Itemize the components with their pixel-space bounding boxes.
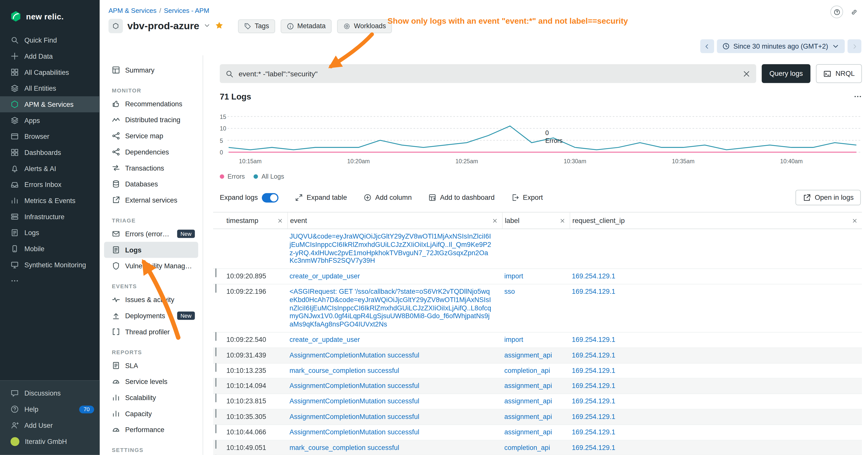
service-nav-item[interactable]: Summary (104, 62, 198, 78)
global-nav-item[interactable]: Alerts & AI (0, 161, 99, 176)
service-nav-item[interactable]: Performance (104, 422, 198, 438)
log-label-link[interactable]: import (504, 272, 523, 280)
global-nav-item[interactable]: All Entities (0, 80, 99, 96)
service-nav-item[interactable]: Dependencies (104, 144, 198, 160)
global-nav-item[interactable]: Synthetic Monitoring (0, 257, 99, 273)
global-nav-item[interactable]: Mobile (0, 240, 99, 257)
remove-event-column-button[interactable] (492, 218, 498, 223)
service-nav-item[interactable]: Recommendations (104, 96, 198, 112)
favorite-star-icon[interactable] (215, 21, 223, 31)
service-nav-item[interactable]: Scalability (104, 390, 198, 405)
expand-logs-toggle[interactable] (261, 193, 278, 202)
query-text[interactable]: event:* -"label":"security" (239, 69, 738, 78)
row-checkbox[interactable] (215, 363, 216, 371)
time-back-button[interactable] (700, 39, 714, 53)
log-ip-link[interactable]: 169.254.129.1 (572, 382, 616, 390)
log-label-link[interactable]: import (504, 336, 523, 344)
row-checkbox[interactable] (215, 332, 216, 341)
row-checkbox[interactable] (215, 348, 216, 356)
global-nav-item[interactable]: Logs (0, 225, 99, 241)
log-event-link[interactable]: create_or_update_user (289, 272, 360, 280)
service-nav-item[interactable]: Thread profiler (104, 324, 198, 340)
log-label-link[interactable]: assignment_api (504, 397, 552, 405)
table-row[interactable]: 10:10:23.815 AssignmentCompletionMutatio… (213, 394, 862, 410)
row-checkbox[interactable] (215, 424, 216, 433)
sidebar-item-add-user[interactable]: Add User (0, 417, 99, 433)
service-nav-item[interactable]: Databases (104, 176, 198, 192)
global-nav-item[interactable]: Dashboards (0, 144, 99, 161)
log-ip-link[interactable]: 169.254.129.1 (572, 397, 616, 405)
legend-errors[interactable]: Errors (220, 173, 245, 180)
global-nav-item[interactable]: Metrics & Events (0, 193, 99, 208)
service-nav-item[interactable]: Service map (104, 128, 198, 144)
service-nav-item[interactable]: Issues & activity (104, 292, 198, 308)
table-row[interactable]: 10:10:13.235 mark_course_completion succ… (213, 363, 862, 379)
copy-link-button[interactable] (847, 5, 861, 19)
expand-table-button[interactable]: Expand table (295, 194, 347, 201)
table-row[interactable]: JUQVU&code=eyJraWQiOiJjcGltY29yZV8wOTl1M… (213, 229, 862, 269)
entity-switcher-chevron[interactable] (204, 22, 210, 30)
add-to-dashboard-button[interactable]: Add to dashboard (429, 194, 495, 201)
global-nav-item[interactable]: Add Data (0, 48, 99, 64)
log-event-link[interactable]: AssignmentCompletionMutation successful (289, 413, 420, 421)
table-row[interactable]: 10:10:49.051 mark_course_completion succ… (213, 440, 862, 455)
column-header-label[interactable]: label (502, 213, 569, 228)
log-label-link[interactable]: assignment_api (504, 413, 552, 421)
row-checkbox[interactable] (215, 284, 216, 293)
log-event-link[interactable]: AssignmentCompletionMutation successful (289, 382, 420, 390)
remove-label-column-button[interactable] (560, 218, 565, 223)
table-row[interactable]: 10:09:31.439 AssignmentCompletionMutatio… (213, 348, 862, 363)
service-nav-item[interactable]: External services (104, 192, 198, 208)
column-header-event[interactable]: event (287, 213, 502, 228)
column-header-timestamp[interactable]: timestamp (224, 213, 287, 228)
service-nav-item[interactable]: Deployments New (104, 307, 198, 324)
log-ip-link[interactable]: 169.254.129.1 (572, 428, 616, 436)
service-nav-item[interactable]: SLA (104, 358, 198, 373)
sidebar-item-discussions[interactable]: Discussions (0, 385, 99, 401)
table-row[interactable]: 10:09:20.895 create_or_update_user impor… (213, 269, 862, 285)
remove-timestamp-column-button[interactable] (277, 218, 283, 223)
row-checkbox[interactable] (215, 378, 216, 387)
row-checkbox[interactable] (215, 440, 216, 449)
log-event-link[interactable]: JUQVU&code=eyJraWQiOiJjcGltY29yZV8wOTl1M… (289, 232, 491, 265)
service-nav-item[interactable]: Vulnerability Management (104, 258, 198, 274)
global-nav-item[interactable] (0, 273, 99, 289)
sidebar-item-help[interactable]: Help 70 (0, 401, 99, 417)
service-nav-item[interactable]: Service levels (104, 373, 198, 390)
table-row[interactable]: 10:10:14.094 AssignmentCompletionMutatio… (213, 379, 862, 394)
log-label-link[interactable]: completion_api (504, 444, 550, 452)
log-ip-link[interactable]: 169.254.129.1 (572, 351, 616, 359)
sidebar-item-account[interactable]: Iterativ GmbH (0, 433, 99, 450)
log-ip-link[interactable]: 169.254.129.1 (572, 288, 616, 295)
time-forward-button[interactable] (847, 39, 862, 53)
row-checkbox[interactable] (215, 268, 216, 278)
breadcrumb-services-apm[interactable]: Services - APM (164, 6, 209, 14)
legend-all-logs[interactable]: All Logs (254, 173, 284, 180)
log-ip-link[interactable]: 169.254.129.1 (572, 366, 616, 375)
nrql-button[interactable]: NRQL (816, 64, 862, 83)
workloads-button[interactable]: Workloads (337, 19, 392, 33)
log-event-link[interactable]: mark_course_completion successful (289, 366, 399, 375)
log-ip-link[interactable]: 169.254.129.1 (572, 413, 616, 421)
log-ip-link[interactable]: 169.254.129.1 (572, 444, 616, 452)
log-label-link[interactable]: assignment_api (504, 351, 552, 359)
log-event-link[interactable]: AssignmentCompletionMutation successful (289, 351, 420, 359)
row-checkbox[interactable] (215, 393, 216, 402)
table-row[interactable]: 10:09:22.196 <ASGIRequest: GET '/sso/cal… (213, 285, 862, 332)
breadcrumb-apm-services[interactable]: APM & Services (108, 6, 156, 14)
table-row[interactable]: 10:10:35.305 AssignmentCompletionMutatio… (213, 410, 862, 425)
export-button[interactable]: Export (511, 194, 543, 201)
log-event-link[interactable]: AssignmentCompletionMutation successful (289, 397, 420, 405)
global-nav-item[interactable]: Infrastructure (0, 208, 99, 225)
help-circle-button[interactable] (831, 5, 843, 19)
global-nav-item[interactable]: Quick Find (0, 32, 99, 48)
global-nav-item[interactable]: All Capabilities (0, 64, 99, 80)
global-nav-item[interactable]: APM & Services (0, 96, 99, 112)
add-column-button[interactable]: Add column (364, 194, 412, 201)
open-in-logs-button[interactable]: Open in logs (796, 190, 861, 205)
log-label-link[interactable]: assignment_api (504, 382, 552, 390)
log-ip-link[interactable]: 169.254.129.1 (572, 336, 616, 344)
service-nav-item[interactable]: Errors (errors inb... New (104, 226, 198, 242)
time-picker[interactable]: Since 30 minutes ago (GMT+2) (717, 39, 845, 53)
table-row[interactable]: 10:09:22.540 create_or_update_user impor… (213, 332, 862, 348)
